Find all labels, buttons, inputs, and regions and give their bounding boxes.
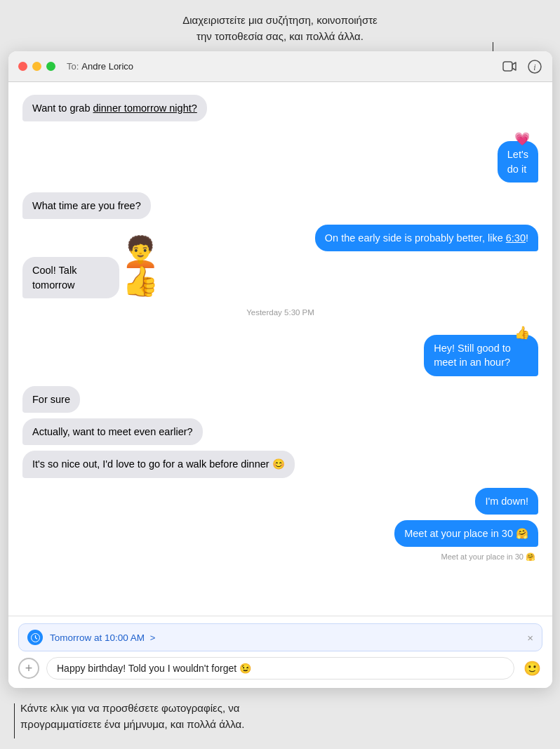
titlebar: To: Andre Lorico i [8, 51, 552, 82]
close-button[interactable] [18, 62, 27, 71]
messages-window: To: Andre Lorico i [8, 51, 552, 688]
message-with-reaction: 👍 Hey! Still good to meet in an hour? [363, 325, 538, 376]
message-input[interactable] [46, 657, 514, 680]
reminder-bar[interactable]: Tomorrow at 10:00 AM > × [18, 623, 542, 651]
delivered-status: Meet at your place in 30 🤗 [441, 552, 535, 562]
message-bubble: Actually, want to meet even earlier? [22, 418, 203, 445]
reminder-chevron: > [150, 632, 156, 643]
timestamp-row: Yesterday 5:30 PM [22, 308, 538, 317]
annotation-line [14, 703, 15, 738]
reminder-text: Tomorrow at 10:00 AM > [50, 632, 520, 643]
message-row: What time are you free? [22, 192, 538, 219]
svg-text:i: i [533, 62, 535, 72]
message-row: On the early side is probably better, li… [22, 225, 538, 251]
reaction-emoji: 💗 [514, 131, 530, 147]
to-label: To: [67, 61, 79, 72]
annotation-bottom: Κάντε κλικ για να προσθέσετε φωτογραφίες… [0, 688, 544, 745]
traffic-lights [18, 62, 55, 71]
message-text: dinner tomorrow night? [93, 102, 197, 114]
message-row: Cool! Talk tomorrow 🧑‍🦱👍 [22, 257, 538, 298]
message-bubble: Let's do it [498, 141, 538, 183]
message-bubble: Want to grab dinner tomorrow night? [22, 95, 207, 121]
titlebar-icons: i [502, 59, 542, 74]
memoji-bubble: Cool! Talk tomorrow 🧑‍🦱👍 [22, 257, 171, 298]
message-row: It's so nice out, I'd love to go for a w… [22, 451, 538, 477]
message-row: Want to grab dinner tomorrow night? [22, 95, 538, 121]
contact-name: Andre Lorico [81, 61, 133, 72]
message-row: I'm down! [22, 488, 538, 515]
svg-rect-0 [503, 62, 512, 71]
message-bubble: I'm down! [475, 488, 538, 515]
message-bubble: What time are you free? [22, 192, 151, 219]
add-button[interactable]: + [18, 658, 39, 679]
message-bubble: Hey! Still good to meet in an hour? [424, 335, 538, 376]
delivered-row: Meet at your place in 30 🤗 [22, 552, 538, 562]
message-bubble: Cool! Talk tomorrow [22, 257, 119, 298]
maximize-button[interactable] [46, 62, 55, 71]
message-bubble: It's so nice out, I'd love to go for a w… [22, 451, 295, 477]
annotation-top: Διαχειριστείτε μια συζήτηση, κοινοποιήστ… [0, 0, 560, 51]
messages-area: Want to grab dinner tomorrow night? 💗 Le… [8, 82, 552, 616]
compose-row: + 🙂 [18, 657, 542, 680]
message-row: Actually, want to meet even earlier? [22, 418, 538, 445]
message-bubble: Meet at your place in 30 🤗 [394, 520, 538, 547]
message-row: 💗 Let's do it [22, 131, 538, 183]
timestamp: Yesterday 5:30 PM [246, 308, 314, 317]
reminder-close-button[interactable]: × [527, 632, 533, 644]
message-row: Meet at your place in 30 🤗 [22, 520, 538, 547]
emoji-button[interactable]: 🙂 [521, 658, 542, 679]
message-bubble: On the early side is probably better, li… [315, 225, 538, 251]
message-with-reaction: 💗 Let's do it [475, 131, 538, 183]
facetime-icon[interactable] [502, 59, 517, 74]
memoji-sticker: 🧑‍🦱👍 [122, 260, 159, 296]
info-icon[interactable]: i [527, 59, 542, 74]
minimize-button[interactable] [32, 62, 41, 71]
message-bubble: For sure [22, 386, 80, 413]
message-row: For sure [22, 386, 538, 413]
reminder-icon [27, 630, 43, 645]
message-row: 👍 Hey! Still good to meet in an hour? [22, 325, 538, 376]
compose-area: Tomorrow at 10:00 AM > × + 🙂 [8, 616, 552, 688]
reaction-emoji: 👍 [514, 325, 530, 340]
